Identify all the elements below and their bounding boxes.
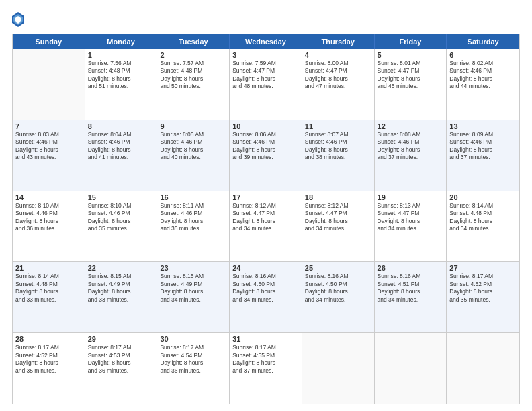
cell-info-line: and 41 minutes. [88, 154, 154, 161]
cell-info-line: and 37 minutes. [449, 154, 517, 161]
cell-info-line: Sunrise: 8:10 AM [15, 202, 82, 210]
cell-info-line: Daylight: 8 hours [232, 359, 299, 367]
day-number: 30 [160, 335, 226, 343]
calendar-cell-w0d4: 4Sunrise: 8:00 AMSunset: 4:47 PMDaylight… [302, 49, 375, 120]
day-number: 18 [305, 193, 371, 201]
cell-info-line: Daylight: 8 hours [160, 146, 226, 154]
cell-info-line: and 38 minutes. [305, 154, 371, 161]
cell-info-line: Sunset: 4:50 PM [232, 281, 299, 288]
calendar-cell-w4d2: 30Sunrise: 8:17 AMSunset: 4:54 PMDayligh… [157, 333, 230, 404]
cell-info-line: Sunrise: 8:17 AM [88, 344, 154, 351]
cell-info-line: Sunrise: 8:11 AM [160, 202, 226, 210]
cell-info-line: Sunrise: 8:06 AM [232, 131, 299, 138]
cell-info-line: Sunrise: 8:04 AM [88, 131, 154, 138]
cell-info-line: Daylight: 8 hours [160, 359, 226, 367]
calendar-cell-w4d3: 31Sunrise: 8:17 AMSunset: 4:55 PMDayligh… [230, 333, 302, 404]
day-number: 12 [378, 122, 444, 130]
logo [12, 13, 26, 27]
cell-info-line: Sunrise: 8:16 AM [232, 273, 299, 280]
cell-info-line: Sunrise: 8:14 AM [15, 273, 82, 280]
cell-info-line: and 34 minutes. [449, 225, 517, 232]
cell-info-line: and 47 minutes. [305, 83, 371, 90]
cell-info-line: Daylight: 8 hours [160, 75, 226, 83]
cell-info-line: Sunset: 4:49 PM [88, 281, 154, 288]
day-number: 27 [449, 264, 517, 272]
day-number: 16 [160, 193, 226, 201]
cell-info-line: Sunset: 4:46 PM [378, 138, 444, 146]
day-number: 6 [449, 51, 517, 59]
cell-info-line: Sunrise: 7:56 AM [88, 60, 154, 67]
cell-info-line: Sunset: 4:46 PM [449, 67, 517, 75]
cell-info-line: and 35 minutes. [88, 225, 154, 232]
calendar-cell-w0d6: 6Sunrise: 8:02 AMSunset: 4:46 PMDaylight… [447, 49, 519, 120]
header-day-monday: Monday [85, 34, 158, 49]
calendar-cell-w3d5: 26Sunrise: 8:16 AMSunset: 4:51 PMDayligh… [375, 262, 447, 332]
cell-info-line: Daylight: 8 hours [449, 218, 517, 225]
day-number: 21 [15, 264, 82, 272]
day-number: 13 [449, 122, 517, 130]
cell-info-line: Sunset: 4:47 PM [232, 210, 299, 217]
cell-info-line: Daylight: 8 hours [232, 146, 299, 154]
cell-info-line: Daylight: 8 hours [305, 288, 371, 295]
cell-info-line: Sunrise: 8:02 AM [449, 60, 517, 67]
day-number: 17 [232, 193, 299, 201]
cell-info-line: and 35 minutes. [449, 296, 517, 304]
cell-info-line: Sunrise: 7:57 AM [160, 60, 226, 67]
cell-info-line: Sunrise: 8:00 AM [305, 60, 371, 67]
cell-info-line: Sunrise: 8:07 AM [305, 131, 371, 138]
cell-info-line: Daylight: 8 hours [305, 75, 371, 83]
cell-info-line: Sunrise: 8:17 AM [160, 344, 226, 351]
header-day-wednesday: Wednesday [230, 34, 302, 49]
cell-info-line: Daylight: 8 hours [305, 218, 371, 225]
cell-info-line: and 37 minutes. [378, 154, 444, 161]
cell-info-line: and 40 minutes. [160, 154, 226, 161]
cell-info-line: Daylight: 8 hours [378, 288, 444, 295]
cell-info-line: Daylight: 8 hours [232, 75, 299, 83]
calendar-cell-w2d2: 16Sunrise: 8:11 AMSunset: 4:46 PMDayligh… [157, 191, 230, 262]
cell-info-line: Sunrise: 8:13 AM [378, 202, 444, 210]
header-day-sunday: Sunday [13, 34, 85, 49]
day-number: 9 [160, 122, 226, 130]
cell-info-line: Daylight: 8 hours [378, 218, 444, 225]
calendar-cell-w1d5: 12Sunrise: 8:08 AMSunset: 4:46 PMDayligh… [375, 120, 447, 191]
day-number: 31 [232, 335, 299, 343]
cell-info-line: and 34 minutes. [378, 225, 444, 232]
day-number: 4 [305, 51, 371, 59]
cell-info-line: Sunset: 4:48 PM [15, 281, 82, 288]
calendar-cell-w2d4: 18Sunrise: 8:12 AMSunset: 4:47 PMDayligh… [302, 191, 375, 262]
cell-info-line: and 37 minutes. [232, 367, 299, 375]
calendar-cell-w0d3: 3Sunrise: 7:59 AMSunset: 4:47 PMDaylight… [230, 49, 302, 120]
day-number: 1 [88, 51, 154, 59]
day-number: 19 [378, 193, 444, 201]
cell-info-line: Sunset: 4:48 PM [160, 67, 226, 75]
logo-icon [12, 12, 24, 27]
day-number: 22 [88, 264, 154, 272]
cell-info-line: and 39 minutes. [232, 154, 299, 161]
cell-info-line: Daylight: 8 hours [449, 146, 517, 154]
calendar: SundayMondayTuesdayWednesdayThursdayFrid… [12, 34, 520, 404]
calendar-cell-w1d1: 8Sunrise: 8:04 AMSunset: 4:46 PMDaylight… [85, 120, 158, 191]
calendar-cell-w4d6 [447, 333, 519, 404]
calendar-cell-w0d2: 2Sunrise: 7:57 AMSunset: 4:48 PMDaylight… [157, 49, 230, 120]
day-number: 29 [88, 335, 154, 343]
cell-info-line: and 34 minutes. [305, 225, 371, 232]
cell-info-line: Sunset: 4:47 PM [378, 210, 444, 217]
cell-info-line: Sunset: 4:48 PM [449, 210, 517, 217]
cell-info-line: Sunset: 4:46 PM [449, 138, 517, 146]
cell-info-line: and 35 minutes. [15, 367, 82, 375]
day-number: 3 [232, 51, 299, 59]
cell-info-line: Sunrise: 8:01 AM [378, 60, 444, 67]
cell-info-line: Sunrise: 8:15 AM [160, 273, 226, 280]
day-number: 10 [232, 122, 299, 130]
cell-info-line: Sunset: 4:46 PM [88, 210, 154, 217]
cell-info-line: Daylight: 8 hours [88, 288, 154, 295]
cell-info-line: Daylight: 8 hours [15, 218, 82, 225]
cell-info-line: Sunset: 4:46 PM [88, 138, 154, 146]
cell-info-line: Sunset: 4:52 PM [449, 281, 517, 288]
cell-info-line: Sunset: 4:46 PM [15, 210, 82, 217]
cell-info-line: Daylight: 8 hours [232, 218, 299, 225]
cell-info-line: Sunrise: 7:59 AM [232, 60, 299, 67]
cell-info-line: Sunset: 4:55 PM [232, 352, 299, 359]
day-number: 2 [160, 51, 226, 59]
cell-info-line: and 48 minutes. [232, 83, 299, 90]
